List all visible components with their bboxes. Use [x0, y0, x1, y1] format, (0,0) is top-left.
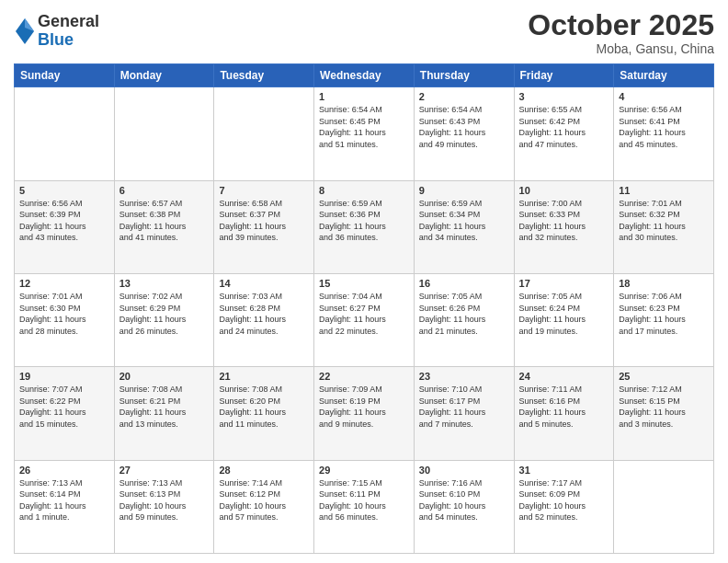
logo-general: General [38, 13, 99, 31]
weekday-header-thursday: Thursday [414, 64, 514, 87]
day-info: Sunrise: 7:08 AM Sunset: 6:21 PM Dayligh… [119, 384, 210, 430]
day-info: Sunrise: 6:57 AM Sunset: 6:38 PM Dayligh… [119, 198, 210, 244]
day-info: Sunrise: 7:16 AM Sunset: 6:10 PM Dayligh… [419, 477, 509, 523]
week-row-1: 1Sunrise: 6:54 AM Sunset: 6:45 PM Daylig… [15, 87, 714, 180]
calendar-cell: 15Sunrise: 7:04 AM Sunset: 6:27 PM Dayli… [314, 273, 415, 366]
day-number: 27 [119, 465, 210, 476]
weekday-header-tuesday: Tuesday [214, 64, 314, 87]
calendar-cell: 13Sunrise: 7:02 AM Sunset: 6:29 PM Dayli… [114, 273, 214, 366]
day-info: Sunrise: 6:55 AM Sunset: 6:42 PM Dayligh… [519, 104, 609, 150]
calendar-cell: 6Sunrise: 6:57 AM Sunset: 6:38 PM Daylig… [114, 180, 214, 273]
day-info: Sunrise: 7:01 AM Sunset: 6:32 PM Dayligh… [619, 198, 709, 244]
calendar-cell: 10Sunrise: 7:00 AM Sunset: 6:33 PM Dayli… [514, 180, 614, 273]
calendar-cell: 31Sunrise: 7:17 AM Sunset: 6:09 PM Dayli… [514, 460, 614, 553]
day-info: Sunrise: 6:54 AM Sunset: 6:45 PM Dayligh… [319, 104, 409, 150]
calendar-cell: 3Sunrise: 6:55 AM Sunset: 6:42 PM Daylig… [514, 87, 614, 180]
day-number: 3 [519, 91, 609, 102]
day-number: 12 [19, 278, 109, 289]
day-number: 30 [419, 465, 509, 476]
calendar-subtitle: Moba, Gansu, China [528, 41, 714, 56]
day-number: 1 [319, 91, 409, 102]
day-info: Sunrise: 7:11 AM Sunset: 6:16 PM Dayligh… [519, 384, 609, 430]
calendar-cell: 17Sunrise: 7:05 AM Sunset: 6:24 PM Dayli… [514, 273, 614, 366]
calendar-title: October 2025 [528, 9, 714, 41]
day-number: 2 [419, 91, 509, 102]
calendar-cell: 8Sunrise: 6:59 AM Sunset: 6:36 PM Daylig… [314, 180, 415, 273]
calendar-table: SundayMondayTuesdayWednesdayThursdayFrid… [14, 63, 714, 554]
day-number: 16 [419, 278, 509, 289]
week-row-4: 19Sunrise: 7:07 AM Sunset: 6:22 PM Dayli… [15, 367, 714, 460]
calendar-cell: 27Sunrise: 7:13 AM Sunset: 6:13 PM Dayli… [114, 460, 214, 553]
day-number: 29 [319, 465, 409, 476]
logo-blue: Blue [38, 31, 99, 50]
title-block: October 2025 Moba, Gansu, China [528, 9, 714, 56]
day-info: Sunrise: 7:13 AM Sunset: 6:14 PM Dayligh… [19, 477, 109, 523]
week-row-5: 26Sunrise: 7:13 AM Sunset: 6:14 PM Dayli… [15, 460, 714, 553]
weekday-header-monday: Monday [114, 64, 214, 87]
day-number: 14 [219, 278, 309, 289]
day-number: 13 [119, 278, 210, 289]
logo: General Blue [14, 13, 99, 50]
day-number: 22 [319, 371, 409, 382]
calendar-cell: 24Sunrise: 7:11 AM Sunset: 6:16 PM Dayli… [514, 367, 614, 460]
calendar-cell: 9Sunrise: 6:59 AM Sunset: 6:34 PM Daylig… [414, 180, 514, 273]
day-info: Sunrise: 7:09 AM Sunset: 6:19 PM Dayligh… [319, 384, 409, 430]
calendar-cell [114, 87, 214, 180]
logo-text: General Blue [38, 13, 99, 50]
calendar-cell: 28Sunrise: 7:14 AM Sunset: 6:12 PM Dayli… [214, 460, 314, 553]
calendar-cell: 4Sunrise: 6:56 AM Sunset: 6:41 PM Daylig… [614, 87, 714, 180]
day-number: 15 [319, 278, 409, 289]
calendar-cell: 19Sunrise: 7:07 AM Sunset: 6:22 PM Dayli… [15, 367, 115, 460]
day-number: 6 [119, 185, 210, 196]
weekday-header-row: SundayMondayTuesdayWednesdayThursdayFrid… [15, 64, 714, 87]
calendar-cell: 26Sunrise: 7:13 AM Sunset: 6:14 PM Dayli… [15, 460, 115, 553]
day-number: 9 [419, 185, 509, 196]
logo-icon [16, 18, 34, 44]
day-number: 31 [519, 465, 609, 476]
calendar-cell: 22Sunrise: 7:09 AM Sunset: 6:19 PM Dayli… [314, 367, 415, 460]
day-info: Sunrise: 7:12 AM Sunset: 6:15 PM Dayligh… [619, 384, 709, 430]
day-info: Sunrise: 6:59 AM Sunset: 6:34 PM Dayligh… [419, 198, 509, 244]
calendar-cell [614, 460, 714, 553]
day-number: 23 [419, 371, 509, 382]
day-number: 11 [619, 185, 709, 196]
calendar-cell: 16Sunrise: 7:05 AM Sunset: 6:26 PM Dayli… [414, 273, 514, 366]
week-row-3: 12Sunrise: 7:01 AM Sunset: 6:30 PM Dayli… [15, 273, 714, 366]
page-header: General Blue October 2025 Moba, Gansu, C… [14, 9, 714, 56]
day-number: 24 [519, 371, 609, 382]
day-info: Sunrise: 7:14 AM Sunset: 6:12 PM Dayligh… [219, 477, 309, 523]
day-number: 26 [19, 465, 109, 476]
day-info: Sunrise: 6:58 AM Sunset: 6:37 PM Dayligh… [219, 198, 309, 244]
day-number: 28 [219, 465, 309, 476]
page-container: General Blue October 2025 Moba, Gansu, C… [0, 0, 728, 563]
day-info: Sunrise: 6:56 AM Sunset: 6:39 PM Dayligh… [19, 198, 109, 244]
calendar-cell: 20Sunrise: 7:08 AM Sunset: 6:21 PM Dayli… [114, 367, 214, 460]
day-info: Sunrise: 7:06 AM Sunset: 6:23 PM Dayligh… [619, 291, 709, 337]
calendar-cell: 1Sunrise: 6:54 AM Sunset: 6:45 PM Daylig… [314, 87, 415, 180]
day-number: 21 [219, 371, 309, 382]
week-row-2: 5Sunrise: 6:56 AM Sunset: 6:39 PM Daylig… [15, 180, 714, 273]
calendar-cell: 29Sunrise: 7:15 AM Sunset: 6:11 PM Dayli… [314, 460, 415, 553]
day-number: 8 [319, 185, 409, 196]
day-info: Sunrise: 7:04 AM Sunset: 6:27 PM Dayligh… [319, 291, 409, 337]
calendar-cell: 14Sunrise: 7:03 AM Sunset: 6:28 PM Dayli… [214, 273, 314, 366]
day-info: Sunrise: 6:54 AM Sunset: 6:43 PM Dayligh… [419, 104, 509, 150]
day-info: Sunrise: 7:07 AM Sunset: 6:22 PM Dayligh… [19, 384, 109, 430]
calendar-cell: 7Sunrise: 6:58 AM Sunset: 6:37 PM Daylig… [214, 180, 314, 273]
calendar-cell: 12Sunrise: 7:01 AM Sunset: 6:30 PM Dayli… [15, 273, 115, 366]
day-number: 18 [619, 278, 709, 289]
calendar-cell: 21Sunrise: 7:08 AM Sunset: 6:20 PM Dayli… [214, 367, 314, 460]
calendar-cell: 23Sunrise: 7:10 AM Sunset: 6:17 PM Dayli… [414, 367, 514, 460]
day-info: Sunrise: 7:05 AM Sunset: 6:24 PM Dayligh… [519, 291, 609, 337]
calendar-cell: 2Sunrise: 6:54 AM Sunset: 6:43 PM Daylig… [414, 87, 514, 180]
calendar-cell: 30Sunrise: 7:16 AM Sunset: 6:10 PM Dayli… [414, 460, 514, 553]
day-number: 4 [619, 91, 709, 102]
day-number: 19 [19, 371, 109, 382]
day-info: Sunrise: 7:10 AM Sunset: 6:17 PM Dayligh… [419, 384, 509, 430]
day-info: Sunrise: 7:01 AM Sunset: 6:30 PM Dayligh… [19, 291, 109, 337]
day-number: 10 [519, 185, 609, 196]
day-number: 25 [619, 371, 709, 382]
weekday-header-friday: Friday [514, 64, 614, 87]
day-number: 5 [19, 185, 109, 196]
day-info: Sunrise: 6:56 AM Sunset: 6:41 PM Dayligh… [619, 104, 709, 150]
